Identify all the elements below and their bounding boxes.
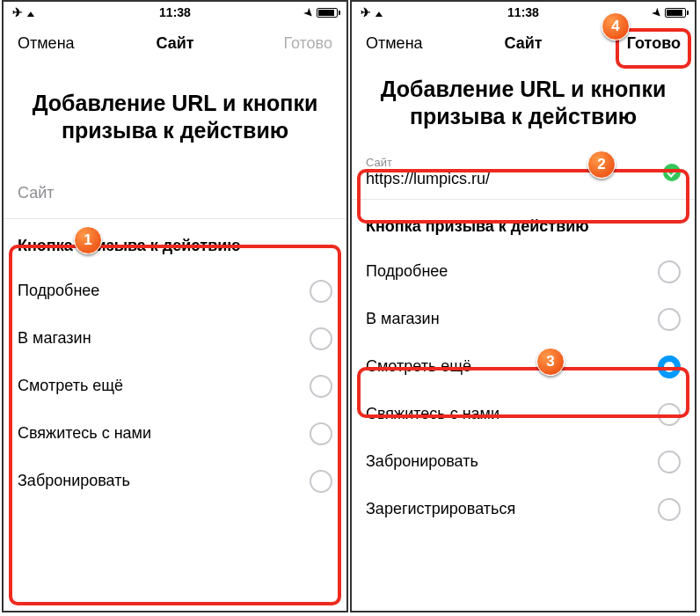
cta-option[interactable]: Зарегистрироваться (352, 486, 695, 533)
site-field[interactable]: Сайт (4, 168, 346, 219)
site-field[interactable]: Сайт https://lumpics.ru/ (352, 147, 695, 200)
option-label: Смотреть ещё (366, 357, 658, 376)
radio-icon (658, 498, 681, 521)
status-bar: 11:38 (4, 2, 346, 23)
cta-option[interactable]: В магазин (352, 296, 695, 343)
cancel-button[interactable]: Отмена (366, 34, 470, 53)
radio-icon (310, 422, 332, 445)
airplane-mode-icon (12, 5, 23, 19)
phone-right: 11:38 Отмена Сайт Готово Добавление URL … (350, 0, 696, 612)
done-button[interactable]: Готово (228, 34, 332, 53)
nav-title: Сайт (122, 34, 227, 53)
radio-icon (310, 470, 332, 493)
status-bar: 11:38 (352, 2, 695, 23)
cancel-button[interactable]: Отмена (18, 34, 122, 53)
location-icon (653, 5, 661, 19)
wifi-icon (375, 5, 383, 19)
option-label: Свяжитесь с нами (366, 405, 658, 423)
radio-icon (310, 280, 332, 303)
page-title: Добавление URL и кнопки призыва к действ… (352, 63, 695, 147)
option-label: Зарегистрироваться (366, 500, 658, 518)
radio-icon (658, 451, 681, 473)
site-label: Сайт (366, 156, 681, 169)
radio-icon (658, 260, 681, 283)
cta-option[interactable]: Свяжитесь с нами (352, 391, 695, 438)
page-title: Добавление URL и кнопки призыва к действ… (4, 63, 346, 168)
option-label: В магазин (18, 329, 310, 348)
status-time: 11:38 (469, 5, 577, 19)
nav-title: Сайт (470, 34, 575, 53)
section-header: Кнопка призыва к действию (4, 219, 346, 268)
valid-check-icon (663, 164, 681, 181)
site-placeholder: Сайт (18, 177, 332, 208)
wifi-icon (26, 5, 35, 19)
phone-left: 11:38 Отмена Сайт Готово Добавление URL … (2, 0, 348, 612)
cta-option[interactable]: Забронировать (4, 458, 346, 505)
radio-icon (310, 327, 332, 350)
option-label: Забронировать (366, 452, 658, 471)
radio-icon-selected (658, 356, 681, 378)
nav-bar: Отмена Сайт Готово (352, 23, 695, 63)
status-time: 11:38 (120, 5, 229, 19)
cta-option[interactable]: В магазин (4, 315, 346, 363)
airplane-mode-icon (361, 5, 371, 19)
option-label: Подробнее (366, 262, 658, 281)
nav-bar: Отмена Сайт Готово (4, 23, 346, 63)
done-button[interactable]: Готово (576, 34, 681, 53)
site-value: https://lumpics.ru/ (366, 169, 681, 188)
radio-icon (658, 403, 681, 426)
cta-option[interactable]: Смотреть ещё (352, 343, 695, 391)
option-label: Свяжитесь с нами (18, 424, 310, 443)
cta-option[interactable]: Подробнее (352, 248, 695, 296)
cta-option[interactable]: Забронировать (352, 438, 695, 486)
cta-option[interactable]: Свяжитесь с нами (4, 410, 346, 458)
option-label: Смотреть ещё (18, 377, 310, 395)
cta-option[interactable]: Смотреть ещё (4, 363, 346, 410)
cta-option[interactable]: Подробнее (4, 268, 346, 315)
battery-icon (665, 8, 686, 18)
radio-icon (310, 375, 332, 398)
location-icon (304, 5, 313, 19)
battery-icon (317, 8, 338, 18)
section-header: Кнопка призыва к действию (352, 200, 695, 248)
radio-icon (658, 308, 681, 331)
option-label: Подробнее (18, 282, 310, 300)
option-label: Забронировать (18, 472, 310, 490)
option-label: В магазин (366, 310, 658, 328)
